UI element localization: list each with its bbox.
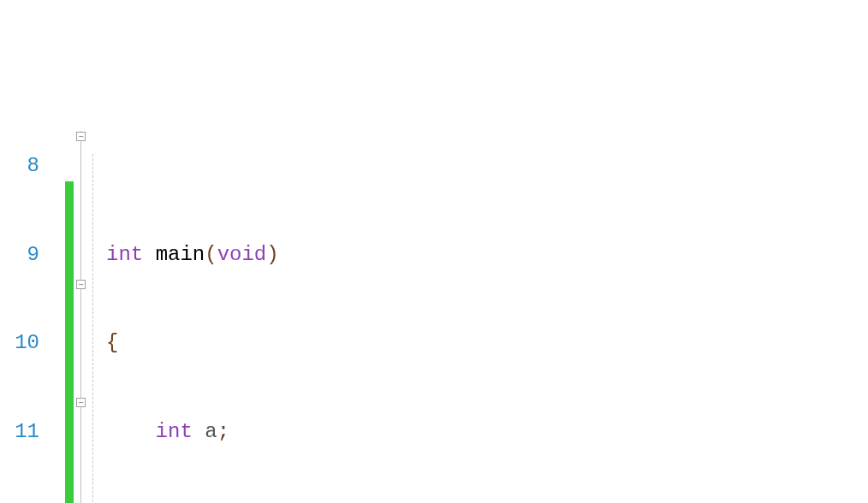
keyword-int: int — [156, 420, 193, 443]
identifier-main: main — [156, 243, 205, 266]
code-editor[interactable]: 8 9 10 11 12 13 14 15 16 17 18 19 20 21 … — [0, 92, 868, 503]
line-number: 10 — [0, 328, 39, 358]
fold-toggle[interactable]: − — [76, 132, 86, 141]
code-line[interactable]: { — [103, 328, 868, 358]
line-number: 11 — [0, 417, 39, 447]
code-text-area[interactable]: int main(void) { int a; printf("请输入一个数："… — [103, 92, 868, 503]
code-line[interactable]: int main(void) — [103, 240, 868, 270]
punct-lbrace: { — [106, 331, 118, 354]
indent-guide — [92, 154, 93, 503]
line-number: 8 — [0, 151, 39, 181]
code-line[interactable]: int a; — [103, 417, 868, 447]
punct-semicolon: ; — [217, 420, 229, 443]
line-number-gutter: 8 9 10 11 12 13 14 15 16 17 18 19 20 21 … — [0, 92, 46, 503]
change-indicator-column — [65, 92, 74, 503]
keyword-void: void — [217, 243, 267, 266]
indent-guide-column — [91, 92, 103, 503]
fold-column: − − − — [74, 92, 91, 503]
punct-lparen: ( — [205, 243, 217, 266]
margin-spacer — [46, 92, 65, 503]
line-number: 9 — [0, 240, 39, 270]
punct-rparen: ) — [266, 243, 278, 266]
fold-toggle[interactable]: − — [76, 398, 86, 407]
keyword-int: int — [106, 243, 143, 266]
identifier-a: a — [205, 420, 217, 443]
fold-guide-line — [80, 131, 81, 503]
fold-toggle[interactable]: − — [76, 280, 86, 289]
change-indicator — [65, 181, 74, 504]
code-line[interactable] — [103, 151, 868, 181]
